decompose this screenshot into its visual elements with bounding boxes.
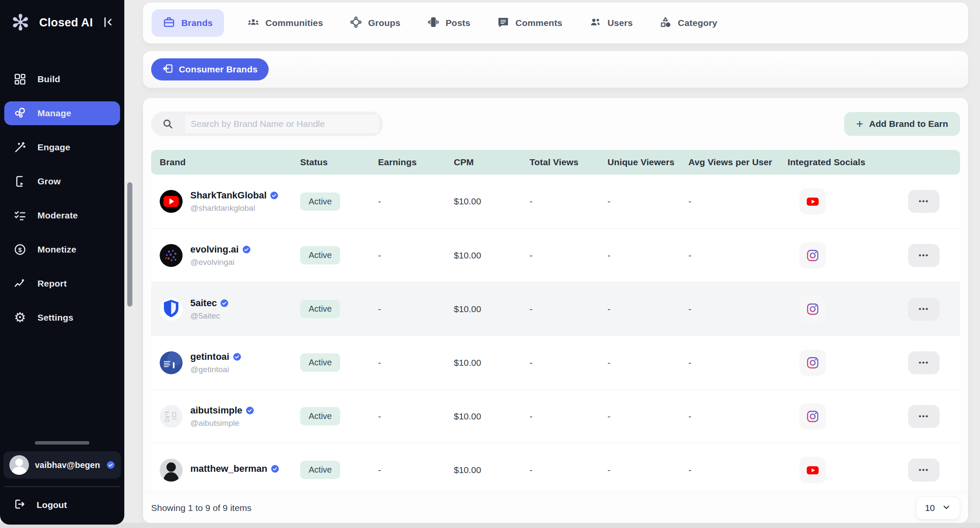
avg-views-value: -: [688, 196, 788, 207]
unique-viewers-value: -: [607, 411, 688, 422]
brand-handle: @sharktankglobal: [190, 204, 278, 213]
sidebar-item-grow[interactable]: Grow: [4, 169, 120, 193]
tab-posts[interactable]: Posts: [424, 16, 474, 30]
sidebar-item-moderate[interactable]: Moderate: [4, 204, 120, 227]
brand-avatar: [160, 190, 183, 213]
brand-name: evolving.ai: [190, 244, 239, 255]
unique-viewers-value: -: [607, 358, 688, 368]
tab-category[interactable]: Category: [656, 16, 721, 30]
table-row[interactable]: matthew_berman Active - $10.00 - - - •••: [151, 443, 960, 493]
page-scrollbar[interactable]: [127, 182, 132, 307]
sidebar-item-settings[interactable]: ⚙ Settings: [4, 306, 120, 330]
people-icon: [247, 16, 260, 30]
sidebar-item-label: Settings: [37, 313, 73, 323]
search-bar: [151, 112, 383, 136]
logout-icon: [14, 498, 26, 512]
user-avatar: [9, 455, 29, 475]
top-tabs-bar: Brands Communities Groups Posts Comments…: [143, 3, 968, 43]
total-views-value: -: [530, 304, 607, 314]
wand-icon: [13, 140, 27, 155]
add-brand-button[interactable]: + Add Brand to Earn: [844, 112, 960, 136]
cpm-value: $10.00: [454, 411, 530, 422]
table-row[interactable]: aibutsimple @aibutsimple Active - $10.00…: [151, 389, 960, 443]
tab-groups[interactable]: Groups: [346, 16, 404, 30]
earnings-value: -: [378, 304, 454, 314]
brand-handle: @aibutsimple: [190, 419, 254, 428]
earnings-value: -: [378, 411, 454, 422]
sidebar-item-monetize[interactable]: $ Monetize: [4, 238, 120, 261]
unique-viewers-value: -: [607, 196, 688, 207]
status-badge: Active: [300, 461, 340, 479]
status-badge: Active: [300, 192, 340, 211]
unique-viewers-value: -: [607, 304, 688, 314]
phone-icon: [427, 16, 440, 30]
closed-ai-logo-icon: ✻: [8, 10, 33, 35]
sidebar-item-label: Report: [37, 278, 67, 289]
sidebar-collapse-icon[interactable]: [100, 14, 116, 32]
tab-brands[interactable]: Brands: [152, 9, 224, 37]
sidebar-item-label: Grow: [37, 176, 60, 187]
sidebar-item-label: Monetize: [37, 244, 76, 255]
verified-badge: [270, 191, 278, 200]
row-menu-button[interactable]: •••: [908, 298, 940, 321]
brand-avatar: [160, 244, 183, 267]
sidebar-item-manage[interactable]: Manage: [4, 101, 120, 125]
table-row[interactable]: 5aitec @5aitec Active - $10.00 - - - •••: [151, 282, 960, 336]
user-profile-card[interactable]: vaibhav@begenu...: [3, 451, 121, 479]
verified-badge: [106, 461, 115, 469]
table-row[interactable]: evolving.ai @evolvingai Active - $10.00 …: [151, 228, 960, 282]
unique-viewers-value: -: [607, 465, 688, 475]
table-header-row: Brand Status Earnings CPM Total Views Un…: [151, 150, 960, 175]
consumer-brands-button[interactable]: Consumer Brands: [151, 58, 269, 80]
column-header: Avg Views per User: [688, 157, 788, 167]
sidebar-drag-handle[interactable]: [35, 441, 89, 445]
row-menu-button[interactable]: •••: [908, 190, 940, 213]
page-size-select[interactable]: 10: [916, 496, 960, 519]
sidebar-item-label: Build: [37, 74, 60, 84]
svg-text:$: $: [18, 246, 22, 253]
tab-comments[interactable]: Comments: [493, 16, 566, 30]
gear-icon: ⚙: [13, 310, 27, 325]
total-views-value: -: [530, 250, 607, 261]
sidebar-item-build[interactable]: Build: [4, 67, 120, 91]
avg-views-value: -: [688, 465, 788, 475]
status-badge: Active: [300, 246, 340, 264]
sidebar-item-report[interactable]: Report: [4, 272, 120, 296]
brands-panel: + Add Brand to Earn Brand Status Earning…: [143, 98, 968, 523]
sidebar-item-engage[interactable]: Engage: [4, 135, 120, 159]
verified-badge: [242, 245, 251, 254]
brand-handle: @evolvingai: [190, 258, 251, 267]
diamond-icon: [350, 16, 362, 30]
sidebar: ✻ Closed AI Build Manage Engage: [0, 0, 124, 525]
total-views-value: -: [530, 411, 607, 422]
avg-views-value: -: [688, 358, 788, 368]
row-menu-button[interactable]: •••: [908, 405, 940, 428]
cpm-value: $10.00: [454, 196, 530, 207]
filter-panel: Consumer Brands: [143, 51, 968, 88]
unique-viewers-value: -: [607, 250, 688, 261]
logout-button[interactable]: Logout: [3, 487, 121, 518]
tab-users[interactable]: Users: [585, 16, 636, 30]
cpm-value: $10.00: [454, 304, 530, 314]
row-menu-button[interactable]: •••: [908, 351, 940, 374]
column-header: Brand: [160, 157, 300, 167]
sidebar-item-label: Moderate: [37, 210, 78, 221]
earnings-value: -: [378, 465, 454, 475]
brand-name: getintoai: [190, 351, 229, 362]
social-icon: [799, 457, 826, 483]
brand-name: matthew_berman: [190, 463, 267, 474]
table-row[interactable]: SharkTankGlobal @sharktankglobal Active …: [151, 175, 960, 228]
verified-badge: [271, 465, 279, 473]
table-row[interactable]: getintoai @getintoai Active - $10.00 - -…: [151, 336, 960, 389]
verified-badge: [233, 353, 241, 361]
brand-name: SharkTankGlobal: [190, 190, 266, 201]
total-views-value: -: [530, 196, 607, 207]
cpm-value: $10.00: [454, 250, 530, 261]
row-menu-button[interactable]: •••: [908, 459, 940, 482]
row-menu-button[interactable]: •••: [908, 244, 940, 267]
chevron-down-icon: [942, 502, 951, 514]
tab-communities[interactable]: Communities: [244, 16, 327, 30]
search-input[interactable]: [185, 119, 379, 129]
verified-badge: [220, 299, 229, 307]
column-header: Integrated Socials: [788, 157, 879, 167]
